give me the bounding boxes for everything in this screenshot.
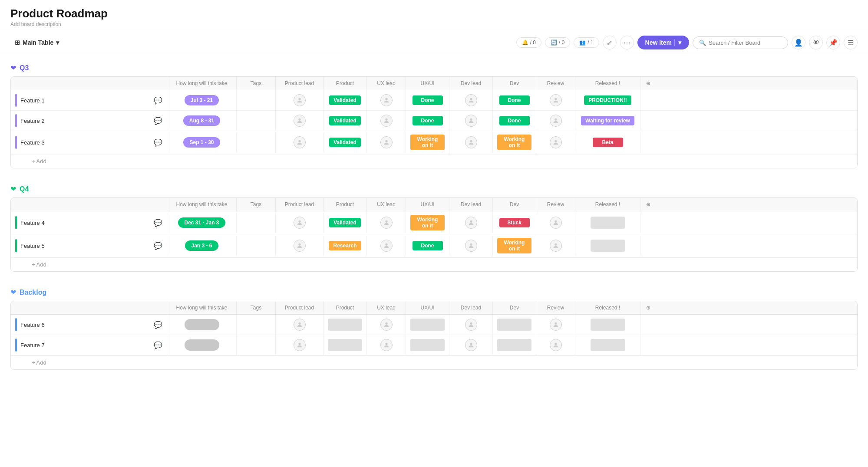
table-row: Feature 4 💬 Dec 31 - Jan 3 Validated [11,211,857,234]
col-dev: Dev [493,77,536,90]
svg-point-1 [385,98,387,100]
avatar [294,319,306,331]
add-row-label: + Add [32,158,46,164]
group-chevron-q3[interactable]: ❤ [10,64,16,72]
group-header-backlog: ❤ Backlog [10,286,858,299]
col-add[interactable]: ⊕ [640,198,656,211]
user-icon[interactable]: 👤 [792,36,805,49]
row-actions-cell [640,111,656,131]
col-product-lead: Product lead [276,77,323,90]
dev-lead-cell [449,236,493,256]
new-item-label: New Item [645,39,672,46]
comment-icon[interactable]: 💬 [154,242,162,250]
released-cell [575,236,640,256]
dev-cell: Working on it [493,234,536,257]
avatar [465,240,477,252]
row-actions-cell [640,213,656,233]
product-cell: Validated [323,111,367,131]
col-tags: Tags [237,198,276,211]
product-lead-cell [276,111,323,131]
item-name-cell: Feature 6 💬 [11,315,167,335]
dev-lead-cell [449,111,493,131]
activity-count: / 0 [559,39,564,46]
comment-icon[interactable]: 💬 [154,138,162,147]
svg-point-24 [298,343,300,345]
col-dev: Dev [493,301,536,314]
dev-cell: Stuck [493,213,536,233]
ux-lead-cell [367,132,406,152]
group-header-q3: ❤ Q3 [10,61,858,75]
status-badge: Validated [329,218,361,227]
row-actions-cell [640,90,656,110]
comment-icon[interactable]: 💬 [154,117,162,125]
col-add[interactable]: ⊕ [640,77,656,90]
status-badge: Working on it [497,238,531,253]
comment-icon[interactable]: 💬 [154,96,162,105]
table-selector[interactable]: ⊞ Main Table ▾ [10,36,63,49]
date-cell: Aug 8 - 31 [167,111,237,131]
date-badge: Sep 1 - 30 [183,137,220,148]
filter-icon[interactable]: ☰ [844,36,858,49]
new-item-dropdown-arrow[interactable]: ▾ [674,39,681,46]
add-row[interactable]: + Add [11,355,857,369]
comment-icon[interactable]: 💬 [154,321,162,329]
share-icon[interactable]: ⤢ [603,36,617,49]
tags-cell [237,132,276,152]
notification-count: / 0 [530,39,536,46]
item-name: Feature 3 [20,139,150,146]
col-ux-ui: UX/UI [406,198,449,211]
ux-lead-cell [367,335,406,355]
members-counter[interactable]: 👥 / 1 [574,37,599,48]
new-item-button[interactable]: New Item ▾ [637,36,689,49]
col-add[interactable]: ⊕ [640,301,656,314]
avatar [294,339,306,351]
avatar [294,136,306,148]
group-title-q3: Q3 [20,64,29,72]
search-box[interactable]: 🔍 [693,36,788,49]
svg-point-21 [385,322,387,325]
add-row[interactable]: + Add [11,154,857,168]
table-q3: How long will this take Tags Product lea… [10,76,858,168]
row-actions-cell [640,132,656,152]
table-row: Feature 5 💬 Jan 3 - 6 Research [11,234,857,257]
add-row[interactable]: + Add [11,257,857,271]
svg-point-4 [298,118,300,121]
date-cell: Dec 31 - Jan 3 [167,213,237,233]
ux-ui-cell [406,315,449,335]
dev-lead-cell [449,90,493,110]
eye-icon[interactable]: 👁 [809,36,823,49]
released-cell: PRODUCTION!! [575,90,640,110]
pin-icon[interactable]: 📌 [826,36,840,49]
ux-ui-cell [406,335,449,355]
product-lead-cell [276,213,323,233]
status-badge: Done [413,241,443,250]
search-input[interactable] [709,39,782,46]
item-name-cell: Feature 4 💬 [11,213,167,233]
svg-point-6 [470,118,472,121]
table-q4: How long will this take Tags Product lea… [10,197,858,272]
status-badge [591,319,625,331]
notification-counter[interactable]: 🔔 / 0 [516,37,541,48]
avatar [294,115,306,127]
col-headers: How long will this take Tags Product lea… [11,301,857,315]
svg-point-25 [385,343,387,345]
activity-counter[interactable]: 🔄 / 0 [545,37,570,48]
item-name-cell: Feature 3 💬 [11,132,167,152]
comment-icon[interactable]: 💬 [154,341,162,349]
avatar [380,136,393,148]
svg-point-16 [298,243,300,246]
col-dev-lead: Dev lead [449,198,493,211]
group-title-backlog: Backlog [20,289,46,296]
more-options-icon[interactable]: ⋯ [620,36,634,49]
product-cell: Validated [323,213,367,233]
date-cell: Jan 3 - 6 [167,236,237,256]
group-chevron-backlog[interactable]: ❤ [10,288,16,296]
group-chevron-q4[interactable]: ❤ [10,185,16,193]
status-badge [497,339,531,351]
avatar [550,339,562,351]
comment-icon[interactable]: 💬 [154,219,162,227]
avatar [550,240,562,252]
page-subtitle: Add board description [10,21,858,27]
released-cell [575,335,640,355]
dev-cell: Working on it [493,131,536,154]
